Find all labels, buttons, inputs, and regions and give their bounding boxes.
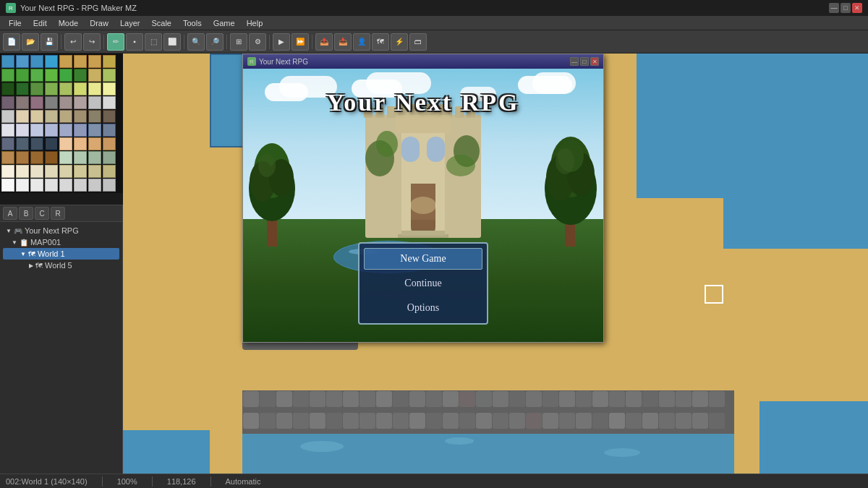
tile-off-white[interactable] [30,165,43,178]
menu-continue[interactable]: Continue [364,273,482,294]
tile-amber[interactable] [1,151,14,164]
tile-water[interactable] [1,55,14,68]
tile-water[interactable] [30,55,43,68]
tile-grass[interactable] [30,69,43,82]
tile-light-tree[interactable] [45,82,58,95]
tile-light-white[interactable] [16,179,29,192]
tile-dark-blue[interactable] [1,137,14,150]
import-button[interactable]: 📥 [334,33,352,51]
tile-misc[interactable] [1,110,14,123]
tile-orange[interactable] [88,137,101,150]
tile-grass[interactable] [1,69,14,82]
tile-sand[interactable] [88,55,101,68]
canvas-area[interactable]: R Your Next RPG — □ ✕ [123,53,868,474]
tile-gray[interactable] [45,96,58,109]
layer-tab-b[interactable]: B [19,207,33,220]
tile-grass[interactable] [16,69,29,82]
layer-tab-r[interactable]: R [51,207,65,220]
grid-button[interactable]: ⊞ [230,33,247,51]
tile-dark-brown[interactable] [103,110,116,123]
character-button[interactable]: 👤 [353,33,370,51]
map-button[interactable]: 🗺 [372,33,389,51]
tile-brown-3[interactable] [16,151,29,164]
tile-gold[interactable] [103,137,116,150]
fill-tool[interactable]: ▪ [126,33,143,51]
tree-item-world1[interactable]: ▼ 🗺 World 1 [3,248,119,260]
event-button[interactable]: ⚡ [391,33,408,51]
menu-file[interactable]: File [3,17,27,29]
tile-slate[interactable] [88,124,101,137]
tile-medium-gray[interactable] [74,179,87,192]
menu-help[interactable]: Help [241,17,269,29]
menu-draw[interactable]: Draw [84,17,114,29]
tree-item-map001[interactable]: ▼ 📋 MAP001 [3,236,119,248]
tile-path[interactable] [16,110,29,123]
menu-tools[interactable]: Tools [177,17,208,29]
layer-tab-c[interactable]: C [35,207,49,220]
tile-dark-grass[interactable] [74,69,87,82]
new-file-button[interactable]: 📄 [3,33,20,51]
redo-button[interactable]: ↪ [83,33,101,51]
tile-pale-gray[interactable] [74,96,87,109]
tile-deep-navy[interactable] [30,137,43,150]
tile-sand[interactable] [74,55,87,68]
open-file-button[interactable]: 📂 [22,33,39,51]
game-maximize-button[interactable]: □ [580,57,589,66]
settings-button[interactable]: ⚙ [249,33,266,51]
tile-muted-green[interactable] [103,151,116,164]
tile-yellow-grass[interactable] [74,82,87,95]
tile-tan[interactable] [59,110,72,123]
tile-water[interactable] [16,55,29,68]
game-close-button[interactable]: ✕ [590,57,599,66]
menu-edit[interactable]: Edit [27,17,53,29]
tree-item-world5[interactable]: ▶ 🗺 World 5 [3,260,119,271]
minimize-button[interactable]: — [829,3,839,13]
tile-rock[interactable] [1,96,14,109]
tile-grass[interactable] [59,69,72,82]
tile-brown-2[interactable] [88,110,101,123]
close-button[interactable]: ✕ [852,3,862,13]
tile-snow[interactable] [1,124,14,137]
export-button[interactable]: 📤 [315,33,333,51]
tile-blue-gray[interactable] [59,124,72,137]
menu-game[interactable]: Game [208,17,241,29]
tile-tree[interactable] [16,82,29,95]
tile-light-sand[interactable] [88,69,101,82]
tile-sand[interactable] [103,55,116,68]
tile-wheat[interactable] [45,165,58,178]
game-minimize-button[interactable]: — [570,57,579,66]
tile-dark-tan[interactable] [74,110,87,123]
tile-light-green[interactable] [74,151,87,164]
tile-pale-green[interactable] [59,151,72,164]
tile-blue-gray-2[interactable] [74,124,87,137]
tile-light-gray-2[interactable] [45,179,58,192]
menu-new-game[interactable]: New Game [364,248,482,270]
menu-options[interactable]: Options [364,297,482,319]
tile-light-rock[interactable] [16,96,29,109]
tile-snow-2[interactable] [16,124,29,137]
tile-straw[interactable] [59,165,72,178]
tile-dark-amber[interactable] [30,151,43,164]
tile-grass[interactable] [45,69,58,82]
database-button[interactable]: 🗃 [409,33,427,51]
select-rect-tool[interactable]: ⬚ [145,33,162,51]
tile-pale-straw[interactable] [74,165,87,178]
tile-water[interactable] [45,55,58,68]
layer-tab-a[interactable]: A [3,207,17,220]
tile-skin[interactable] [74,137,87,150]
menu-scale[interactable]: Scale [145,17,177,29]
tile-pale[interactable] [103,82,116,95]
save-button[interactable]: 💾 [41,33,58,51]
tile-mixed[interactable] [103,69,116,82]
tile-sand[interactable] [59,55,72,68]
tile-light-cream[interactable] [16,165,29,178]
tile-brown[interactable] [45,110,58,123]
maximize-button[interactable]: □ [841,3,851,13]
tile-darkest[interactable] [45,137,58,150]
play-button[interactable]: ▶ [273,33,290,51]
tile-shrub[interactable] [30,82,43,95]
menu-mode[interactable]: Mode [53,17,85,29]
zoom-out-button[interactable]: 🔎 [206,33,224,51]
tile-navy[interactable] [16,137,29,150]
tile-gray-2[interactable] [88,179,101,192]
